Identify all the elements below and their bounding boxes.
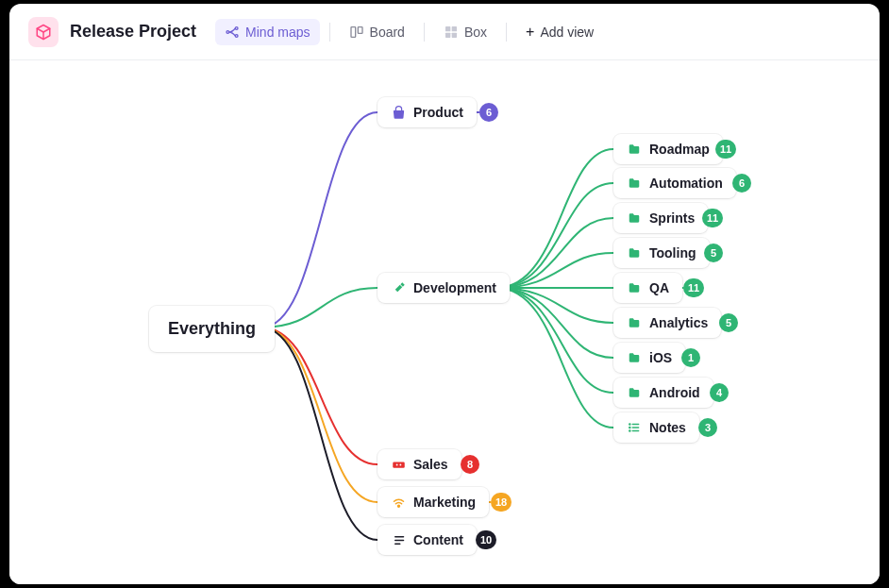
node-sprints[interactable]: Sprints <box>613 203 708 233</box>
node-analytics-badge: 5 <box>719 313 738 332</box>
node-notes[interactable]: Notes <box>613 412 699 443</box>
divider <box>506 23 507 42</box>
node-roadmap-badge: 11 <box>715 140 736 159</box>
wrench-icon <box>391 280 406 295</box>
svg-point-2 <box>235 34 238 37</box>
folder-icon <box>627 315 642 330</box>
node-tooling-badge: 5 <box>704 244 723 262</box>
svg-point-31 <box>629 427 630 428</box>
ticket-icon <box>391 457 406 472</box>
svg-rect-22 <box>393 462 405 467</box>
node-ios[interactable]: iOS <box>613 343 685 373</box>
folder-icon <box>627 385 642 400</box>
folder-icon <box>627 245 642 260</box>
node-marketing-badge: 18 <box>491 493 512 512</box>
toolbar: Release Project Mind maps Board Box + Ad… <box>9 4 880 60</box>
tab-box-label: Box <box>464 25 487 40</box>
node-content-badge: 10 <box>476 530 496 549</box>
node-ios-label: iOS <box>649 350 672 365</box>
tab-box[interactable]: Box <box>434 19 496 45</box>
node-tooling[interactable]: Tooling <box>613 238 710 268</box>
wifi-icon <box>391 495 406 510</box>
node-automation[interactable]: Automation <box>613 168 736 198</box>
plus-icon: + <box>526 24 534 41</box>
list-icon <box>627 420 642 435</box>
cube-icon <box>35 24 52 41</box>
svg-rect-5 <box>445 26 450 31</box>
box-icon <box>444 25 459 40</box>
folder-icon <box>627 350 642 365</box>
node-sprints-label: Sprints <box>649 210 695 226</box>
node-qa[interactable]: QA <box>613 273 682 303</box>
tab-board[interactable]: Board <box>340 19 414 45</box>
node-development-label: Development <box>413 280 496 295</box>
svg-point-29 <box>629 424 630 425</box>
node-android-label: Android <box>649 385 700 400</box>
node-sales-badge: 8 <box>461 455 479 474</box>
mindmap-icon <box>225 25 240 40</box>
svg-point-33 <box>629 430 630 431</box>
folder-icon <box>627 280 642 295</box>
node-qa-badge: 11 <box>683 278 704 297</box>
svg-point-1 <box>235 26 238 29</box>
node-sprints-badge: 11 <box>702 209 723 227</box>
node-marketing[interactable]: Marketing <box>377 487 489 517</box>
node-content-label: Content <box>413 532 463 547</box>
node-notes-label: Notes <box>649 420 686 435</box>
tab-board-label: Board <box>370 25 405 40</box>
svg-point-0 <box>226 30 229 33</box>
svg-point-23 <box>395 463 397 465</box>
list-icon <box>391 532 406 547</box>
node-qa-label: QA <box>649 280 669 295</box>
node-analytics[interactable]: Analytics <box>613 308 721 338</box>
tab-mindmaps-label: Mind maps <box>245 25 310 40</box>
folder-icon <box>627 176 642 191</box>
svg-point-25 <box>397 505 399 507</box>
node-tooling-label: Tooling <box>649 245 696 260</box>
svg-rect-8 <box>452 32 457 37</box>
node-automation-label: Automation <box>649 176 723 191</box>
node-roadmap[interactable]: Roadmap <box>613 134 723 164</box>
svg-point-24 <box>399 463 401 465</box>
node-product-badge: 6 <box>479 103 498 122</box>
bag-icon <box>391 105 406 120</box>
project-title: Release Project <box>70 22 196 42</box>
board-icon <box>349 25 364 40</box>
node-analytics-label: Analytics <box>649 315 708 330</box>
project-icon <box>28 17 59 47</box>
node-product[interactable]: Product <box>377 97 477 127</box>
node-content[interactable]: Content <box>377 525 477 555</box>
node-automation-badge: 6 <box>732 174 751 193</box>
node-android[interactable]: Android <box>613 378 713 408</box>
node-sales-label: Sales <box>413 457 448 472</box>
node-android-badge: 4 <box>710 383 729 402</box>
divider <box>329 23 330 42</box>
svg-rect-4 <box>358 26 362 33</box>
node-sales[interactable]: Sales <box>377 449 461 479</box>
add-view-label: Add view <box>540 25 594 40</box>
folder-icon <box>627 142 642 157</box>
mindmap-canvas[interactable]: Everything Product 6 Development Sales 8 <box>9 60 880 584</box>
node-roadmap-label: Roadmap <box>649 142 710 157</box>
svg-rect-3 <box>351 26 356 37</box>
node-product-label: Product <box>413 105 463 120</box>
svg-rect-7 <box>445 32 450 37</box>
node-root-label: Everything <box>168 319 256 339</box>
node-marketing-label: Marketing <box>413 495 476 510</box>
svg-rect-6 <box>452 26 457 31</box>
add-view-button[interactable]: + Add view <box>516 18 603 46</box>
divider <box>424 23 425 42</box>
tab-mindmaps[interactable]: Mind maps <box>215 19 319 45</box>
node-development[interactable]: Development <box>377 273 510 303</box>
node-root[interactable]: Everything <box>149 306 275 352</box>
folder-icon <box>627 210 642 226</box>
node-notes-badge: 3 <box>698 418 717 437</box>
node-ios-badge: 1 <box>681 348 700 367</box>
